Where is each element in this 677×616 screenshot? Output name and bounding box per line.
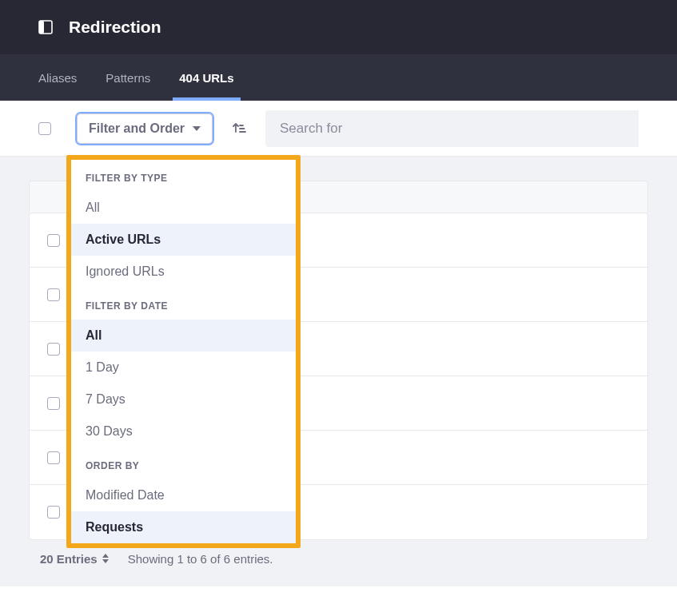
sort-direction-button[interactable] — [224, 113, 254, 144]
filter-date-option-1-day[interactable]: 1 Day — [71, 352, 296, 384]
filter-date-section-label: FILTER BY DATE — [71, 288, 296, 320]
select-all-checkbox[interactable] — [38, 122, 51, 135]
sort-caret-icon — [102, 554, 109, 563]
filter-order-button[interactable]: Filter and Order — [77, 113, 213, 144]
svg-rect-1 — [39, 21, 44, 34]
search-input[interactable] — [265, 110, 639, 147]
order-option-requests[interactable]: Requests — [71, 511, 296, 543]
filter-order-label: Filter and Order — [89, 121, 185, 136]
entries-label: 20 Entries — [40, 552, 98, 566]
tabs-bar: Aliases Patterns 404 URLs — [0, 54, 677, 101]
filter-date-option-30-days[interactable]: 30 Days — [71, 415, 296, 447]
entries-per-page-button[interactable]: 20 Entries — [40, 552, 109, 566]
panel-left-icon — [38, 20, 53, 34]
tab-patterns[interactable]: Patterns — [106, 54, 150, 101]
caret-down-icon — [193, 126, 201, 131]
filter-date-option-all[interactable]: All — [71, 320, 296, 352]
tab-404-urls[interactable]: 404 URLs — [179, 54, 233, 101]
row-checkbox[interactable] — [47, 397, 60, 410]
filter-type-option-ignored-urls[interactable]: Ignored URLs — [71, 256, 296, 288]
filter-type-section-label: FILTER BY TYPE — [71, 160, 296, 192]
row-checkbox[interactable] — [47, 451, 60, 464]
tab-aliases[interactable]: Aliases — [38, 54, 77, 101]
row-checkbox[interactable] — [47, 343, 60, 356]
filter-date-option-7-days[interactable]: 7 Days — [71, 384, 296, 415]
row-checkbox[interactable] — [47, 506, 60, 519]
row-checkbox[interactable] — [47, 288, 60, 301]
toolbar: Filter and Order — [0, 101, 677, 157]
order-option-modified-date[interactable]: Modified Date — [71, 479, 296, 511]
order-by-section-label: ORDER BY — [71, 447, 296, 479]
header-bar: Redirection — [0, 0, 677, 54]
pagination-status: Showing 1 to 6 of 6 entries. — [128, 552, 273, 566]
filter-type-option-active-urls[interactable]: Active URLs — [71, 224, 296, 256]
page-title: Redirection — [69, 18, 161, 37]
filter-order-dropdown: FILTER BY TYPE All Active URLs Ignored U… — [66, 155, 301, 548]
filter-type-option-all[interactable]: All — [71, 192, 296, 224]
row-checkbox[interactable] — [47, 234, 60, 247]
